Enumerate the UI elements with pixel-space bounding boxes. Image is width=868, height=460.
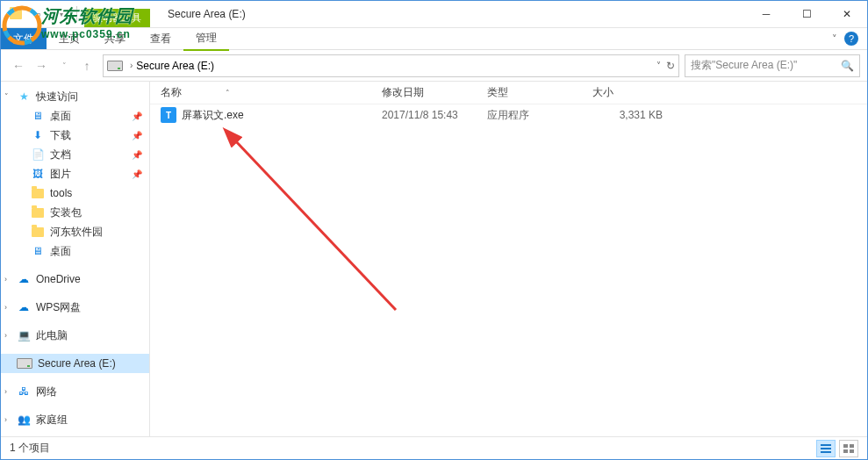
sidebar-network[interactable]: › 🖧 网络	[1, 382, 149, 401]
sidebar-item-hedong[interactable]: 河东软件园	[1, 222, 149, 241]
search-placeholder: 搜索"Secure Area (E:)"	[691, 58, 797, 73]
contextual-tab-label: 驱动器工具	[84, 9, 150, 27]
chevron-right-icon[interactable]: ›	[4, 275, 7, 284]
address-dropdown-icon[interactable]: ˅	[656, 61, 661, 70]
help-icon[interactable]: ?	[844, 32, 858, 46]
titlebar: ▫ ▾ 驱动器工具 Secure Area (E:) ─ ☐ ✕	[1, 1, 867, 28]
item-count: 1 个项目	[10, 441, 50, 456]
forward-button[interactable]: →	[31, 55, 52, 76]
sidebar-item-desktop2[interactable]: 🖥 桌面	[1, 241, 149, 261]
chevron-right-icon[interactable]: ›	[4, 303, 7, 312]
svg-rect-8	[850, 444, 854, 448]
navigation-pane: ˅ ★ 快速访问 🖥 桌面 📌 ⬇ 下载 📌 📄 文档 📌 🖼 图片 📌 too…	[1, 82, 150, 437]
documents-icon: 📄	[31, 147, 45, 162]
svg-rect-6	[821, 451, 831, 453]
thispc-icon: 💻	[17, 328, 31, 342]
svg-line-3	[233, 139, 396, 310]
window-title: Secure Area (E:)	[168, 8, 246, 20]
ribbon-expand-icon[interactable]: ˅	[832, 33, 837, 45]
network-icon: 🖧	[17, 385, 31, 399]
column-type[interactable]: 类型	[487, 85, 592, 100]
close-button[interactable]: ✕	[827, 1, 867, 27]
ribbon-tab-home[interactable]: 主页	[47, 28, 92, 50]
pin-icon: 📌	[132, 150, 142, 160]
svg-rect-9	[843, 449, 848, 453]
drive-icon	[17, 358, 32, 369]
contextual-tab-group: 驱动器工具	[84, 1, 150, 27]
address-bar[interactable]: › Secure Area (E:) ˅ ↻	[103, 54, 679, 77]
sidebar-homegroup[interactable]: › 👥 家庭组	[1, 410, 149, 429]
window-controls: ─ ☐ ✕	[746, 1, 867, 27]
sidebar-secure-area[interactable]: Secure Area (E:)	[1, 354, 149, 373]
chevron-right-icon[interactable]: ›	[4, 331, 7, 340]
desktop-icon: 🖥	[31, 244, 45, 258]
onedrive-icon: ☁	[17, 272, 31, 286]
sidebar-item-pictures[interactable]: 🖼 图片 📌	[1, 164, 149, 183]
view-icons-button[interactable]	[839, 440, 858, 457]
ribbon-tab-view[interactable]: 查看	[138, 28, 183, 50]
folder-icon	[31, 225, 45, 239]
column-name[interactable]: 名称˄	[161, 85, 382, 100]
chevron-down-icon[interactable]: ˅	[4, 92, 9, 101]
app-icon: T	[161, 107, 176, 123]
properties-icon[interactable]: ▫	[29, 4, 48, 24]
qat-dropdown-icon[interactable]: ▾	[52, 4, 71, 24]
quick-access-toolbar: ▫ ▾	[1, 4, 84, 24]
search-input[interactable]: 搜索"Secure Area (E:)" 🔍	[685, 54, 860, 77]
ribbon-tab-share[interactable]: 共享	[92, 28, 138, 50]
drive-icon	[107, 61, 123, 71]
pictures-icon: 🖼	[31, 167, 45, 181]
column-size[interactable]: 大小	[592, 85, 680, 100]
sidebar-item-installer[interactable]: 安装包	[1, 203, 149, 222]
sidebar-wps[interactable]: › ☁ WPS网盘	[1, 298, 149, 317]
pin-icon: 📌	[132, 169, 142, 179]
separator	[76, 6, 77, 22]
view-details-button[interactable]	[816, 440, 836, 457]
file-row[interactable]: T 屏幕识文.exe 2017/11/8 15:43 应用程序 3,331 KB	[150, 104, 867, 126]
minimize-button[interactable]: ─	[746, 1, 786, 27]
sidebar-thispc[interactable]: › 💻 此电脑	[1, 326, 149, 345]
up-button[interactable]: ↑	[76, 55, 97, 76]
file-list[interactable]: 名称˄ 修改日期 类型 大小 T 屏幕识文.exe 2017/11/8 15:4…	[150, 82, 867, 437]
sort-indicator-icon: ˄	[226, 89, 230, 97]
arrow-annotation	[220, 126, 413, 327]
status-bar: 1 个项目	[1, 436, 867, 459]
chevron-right-icon[interactable]: ›	[130, 61, 133, 70]
ribbon-tab-file[interactable]: 文件	[1, 28, 47, 49]
chevron-right-icon[interactable]: ›	[4, 387, 7, 396]
star-icon: ★	[17, 90, 31, 104]
wps-icon: ☁	[17, 300, 31, 314]
address-segment[interactable]: Secure Area (E:)	[136, 60, 214, 72]
ribbon-tab-manage[interactable]: 管理	[183, 27, 229, 51]
sidebar-item-documents[interactable]: 📄 文档 📌	[1, 145, 149, 164]
search-icon[interactable]: 🔍	[841, 60, 854, 72]
sidebar-quick-access[interactable]: ˅ ★ 快速访问	[1, 87, 149, 106]
homegroup-icon: 👥	[17, 413, 31, 427]
sidebar-item-desktop[interactable]: 🖥 桌面 📌	[1, 106, 149, 126]
desktop-icon: 🖥	[31, 109, 45, 123]
folder-icon	[31, 186, 45, 200]
svg-rect-4	[821, 444, 831, 446]
file-date: 2017/11/8 15:43	[382, 109, 487, 121]
svg-rect-7	[843, 444, 848, 448]
maximize-button[interactable]: ☐	[786, 1, 827, 27]
sidebar-item-downloads[interactable]: ⬇ 下载 📌	[1, 126, 149, 145]
recent-dropdown[interactable]: ˅	[54, 55, 75, 76]
folder-icon	[31, 205, 45, 219]
chevron-right-icon[interactable]: ›	[4, 415, 7, 424]
column-headers: 名称˄ 修改日期 类型 大小	[150, 82, 867, 104]
ribbon: 文件 主页 共享 查看 管理 ˅ ?	[1, 28, 867, 50]
svg-rect-5	[821, 448, 831, 449]
downloads-icon: ⬇	[31, 128, 45, 142]
refresh-icon[interactable]: ↻	[666, 60, 675, 72]
navigation-bar: ← → ˅ ↑ › Secure Area (E:) ˅ ↻ 搜索"Secure…	[1, 50, 867, 82]
file-name: 屏幕识文.exe	[182, 108, 244, 123]
pin-icon: 📌	[132, 131, 142, 140]
file-type: 应用程序	[487, 108, 592, 123]
column-date[interactable]: 修改日期	[382, 85, 487, 100]
file-size: 3,331 KB	[592, 109, 680, 121]
sidebar-onedrive[interactable]: › ☁ OneDrive	[1, 270, 149, 289]
sidebar-item-tools[interactable]: tools	[1, 183, 149, 203]
back-button[interactable]: ←	[8, 55, 29, 76]
folder-icon[interactable]	[6, 4, 25, 24]
